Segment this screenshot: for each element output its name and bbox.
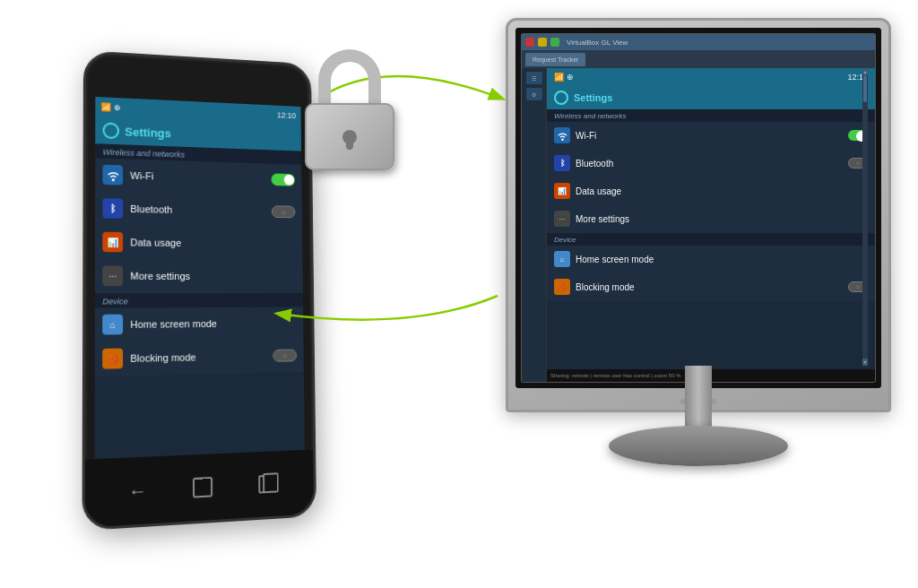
phone-wifi-toggle[interactable] xyxy=(272,173,296,186)
monitor-block-icon: 🚫 xyxy=(554,279,570,295)
phone-wifi-label: Wi-Fi xyxy=(130,170,271,185)
phone-data-item[interactable]: 📊 Data usage xyxy=(95,225,303,260)
monitor-status-icons: 📶 ⊕ xyxy=(554,73,574,82)
phone-block-icon: 🚫 xyxy=(102,349,123,369)
phone-more-label: More settings xyxy=(130,271,296,281)
scroll-down-button[interactable]: ▼ xyxy=(862,359,868,366)
scroll-thumb[interactable] xyxy=(863,75,867,102)
monitor-statusbar-text: Sharing: remote | remote user has contro… xyxy=(550,373,681,378)
phone-block-item[interactable]: 🚫 Blocking mode ○ xyxy=(95,340,304,377)
monitor-sidebar: ☰ ⚙ xyxy=(522,68,547,382)
phone-data-label: Data usage xyxy=(130,237,296,249)
phone-bluetooth-label: Bluetooth xyxy=(130,203,272,217)
sidebar-icon-1: ☰ xyxy=(526,72,542,84)
phone-settings-title: Settings xyxy=(125,125,171,140)
phone-block-toggle[interactable]: ○ xyxy=(273,349,297,361)
phone-more-icon: ··· xyxy=(102,265,123,286)
phone: 📶 ⊕ 12:10 Settings Wireless and networks… xyxy=(82,50,317,531)
padlock xyxy=(296,49,403,193)
phone-navbar: ← xyxy=(85,449,314,527)
monitor-content-area: ☰ ⚙ 📶 ⊕ 12:10 xyxy=(522,68,875,382)
monitor: VirtualBox GL View Request Tracker ☰ ⚙ xyxy=(506,18,891,484)
monitor-status-bar: 📶 ⊕ 12:10 xyxy=(547,68,875,86)
monitor-block-item[interactable]: 🚫 Blocking mode ○ xyxy=(547,273,875,301)
monitor-settings-title: Settings xyxy=(574,92,612,103)
monitor-scrollbar[interactable]: ▲ ▼ xyxy=(862,68,868,366)
phone-bluetooth-item[interactable]: ᛒ Bluetooth ○ xyxy=(95,192,302,229)
phone-status-icons: 📶 ⊕ xyxy=(100,102,120,112)
recents-button[interactable] xyxy=(254,471,278,497)
phone-bluetooth-toggle[interactable]: ○ xyxy=(272,205,296,218)
monitor-more-item[interactable]: ··· More settings xyxy=(547,205,875,233)
phone-screen: 📶 ⊕ 12:10 Settings Wireless and networks… xyxy=(95,97,305,459)
phone-home-item[interactable]: ⌂ Home screen mode xyxy=(95,307,304,342)
scroll-up-button[interactable]: ▲ xyxy=(862,68,868,75)
monitor-base xyxy=(609,426,788,466)
monitor-settings-bar: Settings xyxy=(547,86,875,109)
monitor-frame: VirtualBox GL View Request Tracker ☰ ⚙ xyxy=(506,18,891,412)
monitor-screen-content: VirtualBox GL View Request Tracker ☰ ⚙ xyxy=(515,28,881,388)
phone-wifi-icon xyxy=(102,165,123,186)
phone-data-icon: 📊 xyxy=(102,232,123,253)
monitor-bluetooth-icon: ᛒ xyxy=(554,155,570,171)
monitor-bluetooth-label: Bluetooth xyxy=(576,159,848,169)
win-minimize-btn[interactable] xyxy=(538,38,547,47)
phone-bluetooth-icon: ᛒ xyxy=(102,198,123,219)
monitor-tab[interactable]: Request Tracker xyxy=(525,53,585,66)
monitor-gear-icon xyxy=(554,91,568,105)
monitor-data-item[interactable]: 📊 Data usage xyxy=(547,177,875,205)
monitor-titlebar: VirtualBox GL View xyxy=(522,34,875,50)
padlock-keyhole xyxy=(342,130,357,144)
monitor-main: 📶 ⊕ 12:10 Settings Wireless and networks xyxy=(547,68,875,382)
monitor-toolbar: Request Tracker xyxy=(522,50,875,68)
win-close-btn[interactable] xyxy=(525,38,534,47)
sidebar-icon-2: ⚙ xyxy=(526,88,542,100)
phone-wifi-item[interactable]: Wi-Fi xyxy=(95,158,302,196)
phone-block-label: Blocking mode xyxy=(130,350,273,364)
monitor-data-icon: 📊 xyxy=(554,183,570,199)
win-maximize-btn[interactable] xyxy=(550,38,559,47)
monitor-section-device: Device xyxy=(547,233,875,246)
monitor-bezel: VirtualBox GL View Request Tracker ☰ ⚙ xyxy=(515,28,881,388)
settings-gear-icon xyxy=(103,122,120,139)
monitor-wifi-item[interactable]: Wi-Fi xyxy=(547,122,875,150)
back-button[interactable]: ← xyxy=(125,477,151,505)
scene: 📶 ⊕ 12:10 Settings Wireless and networks… xyxy=(0,0,918,588)
monitor-home-item[interactable]: ⌂ Home screen mode xyxy=(547,246,875,273)
monitor-more-icon: ··· xyxy=(554,211,570,227)
phone-time: 12:10 xyxy=(277,110,296,120)
monitor-data-label: Data usage xyxy=(576,186,868,196)
monitor-home-label: Home screen mode xyxy=(576,255,868,264)
phone-home-icon: ⌂ xyxy=(102,315,123,335)
home-button[interactable] xyxy=(190,474,215,501)
monitor-window: VirtualBox GL View Request Tracker ☰ ⚙ xyxy=(521,33,876,383)
phone-section-device: Device xyxy=(95,293,303,308)
phone-home-label: Home screen mode xyxy=(130,317,296,330)
monitor-wifi-icon xyxy=(554,127,570,143)
monitor-neck xyxy=(685,366,712,428)
monitor-more-label: More settings xyxy=(576,214,868,224)
monitor-window-title: VirtualBox GL View xyxy=(567,39,628,47)
padlock-shackle xyxy=(318,49,381,103)
monitor-section-wireless: Wireless and networks xyxy=(547,109,875,122)
phone-more-item[interactable]: ··· More settings xyxy=(95,259,303,293)
monitor-wifi-label: Wi-Fi xyxy=(576,131,848,141)
padlock-body xyxy=(305,103,394,170)
monitor-home-icon: ⌂ xyxy=(554,251,570,267)
monitor-block-label: Blocking mode xyxy=(576,282,848,292)
monitor-bluetooth-item[interactable]: ᛒ Bluetooth ○ xyxy=(547,150,875,177)
